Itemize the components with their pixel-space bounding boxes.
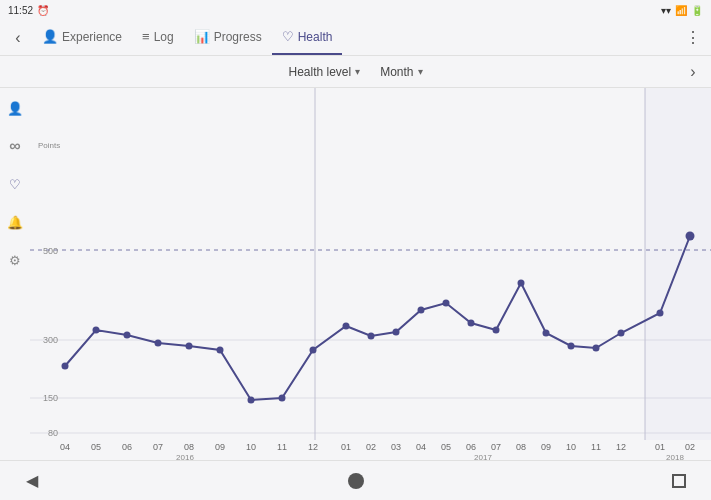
system-recent-button[interactable] — [667, 469, 691, 493]
health-level-filter[interactable]: Health level ▾ — [282, 63, 366, 81]
svg-text:01: 01 — [655, 442, 665, 452]
svg-text:500: 500 — [43, 246, 58, 256]
nav-tabs: 👤 Experience ≡ Log 📊 Progress ♡ Health — [32, 20, 679, 55]
back-triangle-icon: ◀ — [26, 471, 38, 490]
sidebar-sliders-icon[interactable]: ⚙ — [3, 248, 27, 272]
svg-text:10: 10 — [566, 442, 576, 452]
svg-point-55 — [518, 280, 525, 287]
system-back-button[interactable]: ◀ — [20, 469, 44, 493]
recent-square-icon — [672, 474, 686, 488]
svg-text:10: 10 — [246, 442, 256, 452]
svg-text:01: 01 — [341, 442, 351, 452]
chart-nav-forward[interactable]: › — [679, 54, 707, 90]
svg-point-43 — [186, 343, 193, 350]
svg-point-45 — [248, 397, 255, 404]
svg-text:02: 02 — [366, 442, 376, 452]
svg-text:03: 03 — [391, 442, 401, 452]
svg-point-57 — [568, 343, 575, 350]
time-display: 11:52 — [8, 5, 33, 16]
svg-text:150: 150 — [43, 393, 58, 403]
filter-period-label: Month — [380, 65, 413, 79]
svg-rect-1 — [645, 88, 711, 440]
forward-icon: › — [690, 63, 695, 81]
home-circle-icon — [348, 473, 364, 489]
progress-icon: 📊 — [194, 29, 210, 44]
svg-text:2018: 2018 — [666, 453, 684, 460]
svg-text:07: 07 — [153, 442, 163, 452]
tab-health[interactable]: ♡ Health — [272, 20, 343, 55]
svg-point-42 — [155, 340, 162, 347]
svg-point-41 — [124, 332, 131, 339]
alarm-icon: ⏰ — [37, 5, 49, 16]
period-filter[interactable]: Month ▾ — [374, 63, 428, 81]
svg-text:04: 04 — [60, 442, 70, 452]
svg-point-50 — [393, 329, 400, 336]
svg-point-56 — [543, 330, 550, 337]
svg-point-54 — [493, 327, 500, 334]
svg-point-60 — [657, 310, 664, 317]
svg-point-48 — [343, 323, 350, 330]
svg-point-44 — [217, 347, 224, 354]
svg-point-39 — [62, 363, 69, 370]
period-chevron-icon: ▾ — [418, 66, 423, 77]
svg-point-40 — [93, 327, 100, 334]
more-icon: ⋮ — [685, 28, 701, 47]
health-tab-icon: ♡ — [282, 29, 294, 44]
log-icon: ≡ — [142, 29, 150, 44]
svg-point-52 — [443, 300, 450, 307]
svg-text:Points: Points — [38, 141, 60, 150]
chart-area: 500 300 150 80 Points 04 05 06 07 08 09 … — [30, 88, 711, 460]
tab-experience[interactable]: 👤 Experience — [32, 20, 132, 55]
nav-bar: ‹ 👤 Experience ≡ Log 📊 Progress ♡ Health… — [0, 20, 711, 56]
metric-chevron-icon: ▾ — [355, 66, 360, 77]
svg-text:06: 06 — [466, 442, 476, 452]
back-chevron-icon: ‹ — [15, 29, 20, 47]
svg-text:08: 08 — [516, 442, 526, 452]
svg-text:2016: 2016 — [176, 453, 194, 460]
filter-bar: Health level ▾ Month ▾ › — [0, 56, 711, 88]
tab-progress[interactable]: 📊 Progress — [184, 20, 272, 55]
battery-icon: 🔋 — [691, 5, 703, 16]
svg-text:08: 08 — [184, 442, 194, 452]
chart-svg: 500 300 150 80 Points 04 05 06 07 08 09 … — [30, 88, 711, 460]
wifi-icon: ▾▾ — [661, 5, 671, 16]
svg-text:04: 04 — [416, 442, 426, 452]
sidebar-health-icon[interactable]: ♡ — [3, 172, 27, 196]
svg-text:80: 80 — [48, 428, 58, 438]
svg-text:2017: 2017 — [474, 453, 492, 460]
svg-text:06: 06 — [122, 442, 132, 452]
filter-metric-label: Health level — [288, 65, 351, 79]
sidebar: 👤 ∞ ♡ 🔔 ⚙ — [0, 88, 30, 272]
svg-text:12: 12 — [308, 442, 318, 452]
sidebar-profile-icon[interactable]: 👤 — [3, 96, 27, 120]
tab-log[interactable]: ≡ Log — [132, 20, 184, 55]
status-time: 11:52 ⏰ — [8, 5, 49, 16]
svg-point-49 — [368, 333, 375, 340]
svg-point-51 — [418, 307, 425, 314]
svg-text:12: 12 — [616, 442, 626, 452]
svg-text:11: 11 — [277, 442, 287, 452]
svg-point-46 — [279, 395, 286, 402]
bottom-nav-bar: ◀ — [0, 460, 711, 500]
svg-text:07: 07 — [491, 442, 501, 452]
svg-text:300: 300 — [43, 335, 58, 345]
more-menu-button[interactable]: ⋮ — [679, 20, 707, 56]
signal-icon: 📶 — [675, 5, 687, 16]
status-icons: ▾▾ 📶 🔋 — [661, 5, 703, 16]
sidebar-infinity-icon[interactable]: ∞ — [3, 134, 27, 158]
svg-text:09: 09 — [215, 442, 225, 452]
system-home-button[interactable] — [344, 469, 368, 493]
svg-point-61 — [686, 232, 695, 241]
svg-text:09: 09 — [541, 442, 551, 452]
nav-back-button[interactable]: ‹ — [4, 20, 32, 56]
svg-point-59 — [618, 330, 625, 337]
experience-icon: 👤 — [42, 29, 58, 44]
svg-text:05: 05 — [91, 442, 101, 452]
svg-text:02: 02 — [685, 442, 695, 452]
svg-point-58 — [593, 345, 600, 352]
sidebar-bell-icon[interactable]: 🔔 — [3, 210, 27, 234]
svg-text:11: 11 — [591, 442, 601, 452]
status-bar: 11:52 ⏰ ▾▾ 📶 🔋 — [0, 0, 711, 20]
svg-point-47 — [310, 347, 317, 354]
svg-rect-0 — [30, 88, 711, 460]
